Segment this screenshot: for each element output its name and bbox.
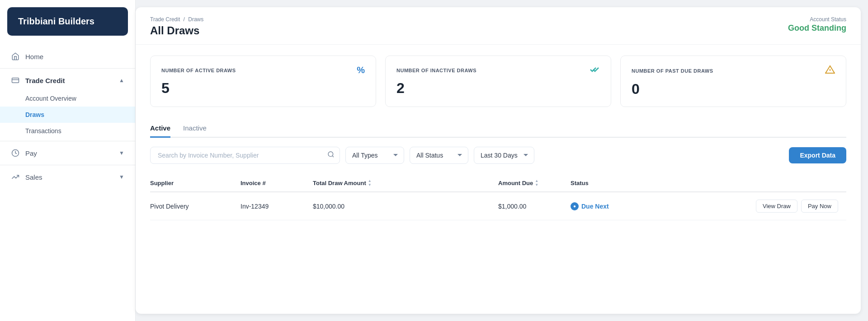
- page-title: All Draws: [150, 24, 203, 37]
- sidebar-sub-label-account-overview: Account Overview: [25, 95, 76, 102]
- stat-value-1: 2: [396, 80, 600, 97]
- sidebar-item-sales[interactable]: Sales ▼: [0, 167, 135, 187]
- logo-area: Tribbiani Builders: [7, 7, 128, 36]
- account-status-value: Good Standing: [788, 23, 846, 33]
- stats-row: NUMBER OF ACTIVE DRAWS % 5 NUMBER OF INA…: [150, 56, 846, 107]
- filters-row: All Types Type A Type B All Status Activ…: [150, 147, 846, 164]
- stat-card-past-due-draws: NUMBER OF PAST DUE DRAWS 0: [620, 56, 846, 107]
- nav-divider-3: [0, 165, 135, 165]
- sort-icon-amount-due[interactable]: ▲ ▼: [535, 179, 538, 187]
- status-dot: ●: [571, 202, 579, 210]
- col-header-status: Status: [571, 179, 756, 187]
- content-body: NUMBER OF ACTIVE DRAWS % 5 NUMBER OF INA…: [136, 45, 861, 314]
- nav-section: Home Trade Credit ▲ Account Overview Dra…: [0, 43, 135, 191]
- sort-icon-draw-amount[interactable]: ▲ ▼: [368, 179, 372, 187]
- stat-card-header-2: NUMBER OF PAST DUE DRAWS: [632, 65, 835, 76]
- sales-icon: [11, 172, 20, 181]
- chevron-down-icon-pay: ▼: [119, 150, 124, 156]
- table-container: Supplier Invoice # Total Draw Amount ▲ ▼…: [150, 175, 846, 220]
- stat-label-2: NUMBER OF PAST DUE DRAWS: [632, 68, 713, 74]
- stat-value-0: 5: [161, 80, 365, 97]
- breadcrumb: Trade Credit / Draws: [150, 16, 203, 23]
- date-filter-select[interactable]: Last 30 Days Last 60 Days Last 90 Days T…: [474, 147, 534, 164]
- main-content: Trade Credit / Draws All Draws Account S…: [136, 7, 861, 314]
- sidebar-sub-label-draws: Draws: [25, 111, 44, 118]
- tab-inactive[interactable]: Inactive: [183, 120, 207, 138]
- sidebar-item-label-home: Home: [25, 53, 43, 60]
- stat-card-header-1: NUMBER OF INACTIVE DRAWS: [396, 65, 600, 75]
- breadcrumb-part-1: Trade Credit: [150, 16, 180, 23]
- status-filter-select[interactable]: All Status Active Inactive Past Due: [410, 147, 468, 164]
- col-header-amount-due: Amount Due ▲ ▼: [498, 179, 571, 187]
- cell-supplier: Pivot Delivery: [150, 203, 241, 210]
- tab-active[interactable]: Active: [150, 120, 170, 138]
- col-header-actions: [756, 179, 846, 187]
- status-text: Due Next: [581, 203, 609, 210]
- double-check-icon: [590, 65, 600, 75]
- breadcrumb-part-2: Draws: [188, 16, 203, 23]
- stat-card-header-0: NUMBER OF ACTIVE DRAWS %: [161, 65, 365, 75]
- chevron-down-icon-sales: ▼: [119, 174, 124, 180]
- sidebar-item-draws[interactable]: Draws: [0, 107, 135, 123]
- search-wrapper: [150, 147, 340, 164]
- warning-icon: [825, 65, 835, 76]
- type-filter-select[interactable]: All Types Type A Type B: [345, 147, 404, 164]
- cell-actions: View Draw Pay Now: [756, 200, 846, 213]
- home-icon: [11, 52, 20, 61]
- svg-rect-0: [12, 78, 19, 83]
- table-header-row: Supplier Invoice # Total Draw Amount ▲ ▼…: [150, 175, 846, 192]
- sidebar-item-transactions[interactable]: Transactions: [0, 123, 135, 139]
- search-input[interactable]: [150, 147, 340, 164]
- col-header-invoice: Invoice #: [241, 179, 313, 187]
- status-badge: ● Due Next: [571, 202, 609, 210]
- sidebar-item-label-trade-credit: Trade Credit: [25, 77, 65, 84]
- nav-divider-2: [0, 141, 135, 141]
- tabs-row: Active Inactive: [150, 120, 846, 138]
- sidebar-item-label-pay: Pay: [25, 149, 37, 157]
- nav-divider: [0, 68, 135, 69]
- sidebar-item-home[interactable]: Home: [0, 47, 135, 66]
- trade-credit-icon: [11, 76, 20, 85]
- pay-icon: [11, 149, 20, 158]
- view-draw-button[interactable]: View Draw: [756, 200, 797, 213]
- sidebar-item-trade-credit[interactable]: Trade Credit ▲: [0, 70, 135, 90]
- cell-total-draw: $10,000.00: [313, 203, 498, 210]
- stat-label-1: NUMBER OF INACTIVE DRAWS: [396, 68, 476, 73]
- stat-card-inactive-draws: NUMBER OF INACTIVE DRAWS 2: [385, 56, 611, 107]
- cell-amount-due: $1,000.00: [498, 203, 571, 210]
- sidebar-item-pay[interactable]: Pay ▼: [0, 143, 135, 163]
- table-row: Pivot Delivery Inv-12349 $10,000.00 $1,0…: [150, 192, 846, 220]
- account-status-area: Account Status Good Standing: [788, 16, 846, 33]
- sidebar-item-account-overview[interactable]: Account Overview: [0, 90, 135, 107]
- cell-status: ● Due Next: [571, 202, 756, 210]
- stat-value-2: 0: [632, 81, 835, 98]
- breadcrumb-separator: /: [184, 16, 187, 23]
- pay-now-button[interactable]: Pay Now: [801, 200, 838, 213]
- sidebar-sub-label-transactions: Transactions: [25, 127, 61, 135]
- page-header: Trade Credit / Draws All Draws Account S…: [136, 7, 861, 45]
- col-header-draw-amount: Total Draw Amount ▲ ▼: [313, 179, 498, 187]
- company-name: Tribbiani Builders: [18, 16, 117, 27]
- percent-icon: %: [357, 65, 365, 75]
- account-status-label: Account Status: [788, 16, 846, 23]
- chevron-up-icon: ▲: [119, 77, 124, 84]
- export-data-button[interactable]: Export Data: [789, 147, 846, 163]
- stat-label-0: NUMBER OF ACTIVE DRAWS: [161, 68, 236, 73]
- cell-invoice: Inv-12349: [241, 203, 313, 210]
- sidebar: Tribbiani Builders Home Trade Credit: [0, 0, 136, 321]
- stat-card-active-draws: NUMBER OF ACTIVE DRAWS % 5: [150, 56, 376, 107]
- sidebar-item-label-sales: Sales: [25, 173, 42, 181]
- col-header-supplier: Supplier: [150, 179, 241, 187]
